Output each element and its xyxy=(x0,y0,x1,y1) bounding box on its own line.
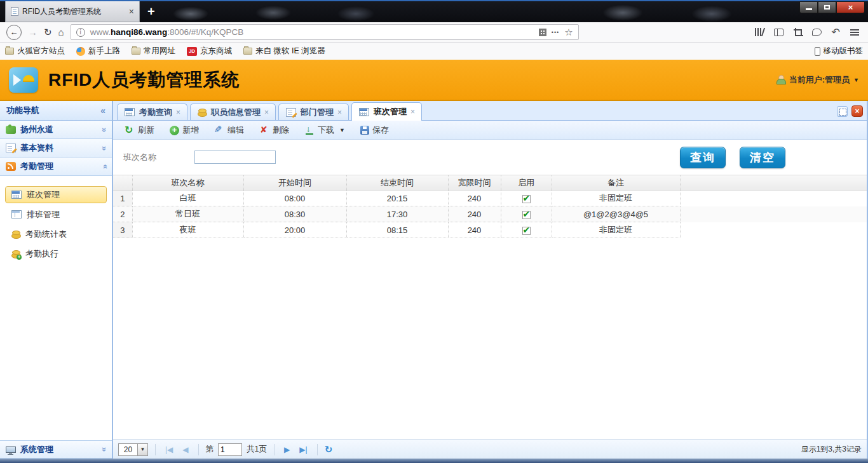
content-tabbar: 考勤查询×职员信息管理×部门管理×班次管理× × xyxy=(113,101,867,121)
sidebar-title-bar: 功能导航 « xyxy=(0,101,112,121)
tab-close-icon[interactable]: × xyxy=(264,108,269,117)
sidebar-collapse-icon[interactable]: « xyxy=(100,105,105,116)
column-header-结束时间[interactable]: 结束时间 xyxy=(346,175,448,191)
bookmark-item[interactable]: 常用网址 xyxy=(132,46,175,57)
sidebar-submenu: 班次管理排班管理考勤统计表考勤执行 xyxy=(0,176,112,270)
jd-icon: JD xyxy=(187,47,197,56)
column-header-宽限时间[interactable]: 宽限时间 xyxy=(448,175,501,191)
filler-cell xyxy=(680,222,867,238)
delete-icon xyxy=(259,125,269,135)
query-button[interactable]: 查询 xyxy=(680,147,726,168)
library-icon[interactable] xyxy=(755,28,764,36)
browser-tab[interactable]: RFID人员考勤管理系统 × xyxy=(5,1,140,22)
record-count-status: 显示1到3,共3记录 xyxy=(801,444,862,455)
prev-page-button[interactable]: ◀ xyxy=(180,445,191,454)
column-header-开始时间[interactable]: 开始时间 xyxy=(243,175,346,191)
download-button[interactable]: 下载▼ xyxy=(298,122,351,138)
back-button[interactable]: ← xyxy=(6,25,22,40)
page-prefix-label: 第 xyxy=(206,444,214,455)
menu-icon[interactable] xyxy=(850,29,859,36)
tab-close-icon[interactable]: × xyxy=(129,7,134,16)
current-user-label: 当前用户:管理员 xyxy=(789,74,850,86)
new-tab-button[interactable]: + xyxy=(147,4,155,19)
mobile-bookmarks-label: 移动版书签 xyxy=(824,46,864,57)
sidebar-panel-考勤管理[interactable]: 考勤管理» xyxy=(0,158,112,176)
tab-部门管理[interactable]: 部门管理× xyxy=(278,104,349,120)
site-info-icon[interactable]: i xyxy=(76,28,85,37)
add-button[interactable]: 新增 xyxy=(163,122,205,138)
window-controls: × xyxy=(799,1,865,13)
sidebar-panel-扬州永道[interactable]: 扬州永道» xyxy=(0,121,112,139)
url-bar[interactable]: i www.hanqi86.wang:8006/#!/Kq/KQPCB ••• … xyxy=(71,24,579,40)
column-header-备注[interactable]: 备注 xyxy=(552,175,680,191)
current-user-menu[interactable]: 当前用户:管理员 ▼ xyxy=(775,74,859,86)
phone-icon xyxy=(815,47,820,56)
close-button[interactable]: × xyxy=(836,1,865,13)
qr-code-icon[interactable] xyxy=(539,29,546,36)
tab-班次管理[interactable]: 班次管理× xyxy=(351,102,422,121)
undo-icon[interactable]: ↶ xyxy=(832,27,840,37)
sidebar-panel-基本资料[interactable]: 基本资料» xyxy=(0,139,112,158)
bookmarks-bar: 火狐官方站点新手上路常用网址JD京东商城来自 微软 IE 浏览器 移动版书签 xyxy=(0,43,868,60)
enabled-checkbox-icon[interactable] xyxy=(522,211,531,219)
messages-icon[interactable] xyxy=(812,29,822,36)
dropdown-caret-icon[interactable]: ▼ xyxy=(339,127,345,133)
download-icon xyxy=(304,125,315,135)
save-button[interactable]: 保存 xyxy=(354,122,395,138)
shift-name-input[interactable] xyxy=(194,151,276,164)
forward-button[interactable]: → xyxy=(28,27,37,37)
tab-职员信息管理[interactable]: 职员信息管理× xyxy=(190,104,276,120)
bookmark-star-icon[interactable]: ☆ xyxy=(564,27,573,38)
column-header-启用[interactable]: 启用 xyxy=(501,175,552,191)
toolbar-button-label: 编辑 xyxy=(227,124,244,136)
table-row[interactable]: 3夜班20:0008:15240非固定班 xyxy=(113,222,867,238)
remark-cell: @1@2@3@4@5 xyxy=(552,206,680,222)
user-icon xyxy=(775,75,785,84)
maximize-button[interactable] xyxy=(818,1,836,13)
page-actions-icon[interactable]: ••• xyxy=(552,29,559,36)
minimize-button[interactable] xyxy=(799,1,818,13)
tab-close-icon[interactable]: × xyxy=(176,108,180,117)
reload-button[interactable]: ↻ xyxy=(44,27,52,37)
sidebar-panel-系统管理[interactable]: 系统管理» xyxy=(0,440,112,459)
tab-close-icon[interactable]: × xyxy=(410,107,415,116)
mobile-bookmarks[interactable]: 移动版书签 xyxy=(815,46,864,57)
tab-考勤查询[interactable]: 考勤查询× xyxy=(117,104,187,120)
sidebar-item-考勤执行[interactable]: 考勤执行 xyxy=(5,245,107,262)
pager-refresh-icon[interactable]: ↻ xyxy=(325,444,333,455)
favicon-icon xyxy=(11,7,18,16)
page-size-select[interactable]: 20 ▼ xyxy=(118,443,148,456)
tab-controls: × xyxy=(837,105,863,117)
bookmark-item[interactable]: 新手上路 xyxy=(76,46,120,57)
sidebar-item-排班管理[interactable]: 排班管理 xyxy=(5,206,107,223)
grace-time-cell: 240 xyxy=(448,206,501,222)
delete-button[interactable]: 删除 xyxy=(253,122,295,138)
clear-button[interactable]: 清空 xyxy=(740,147,785,168)
first-page-button[interactable]: |◀ xyxy=(163,445,175,454)
bookmark-item[interactable]: JD京东商城 xyxy=(187,46,232,57)
last-page-button[interactable]: ▶| xyxy=(297,445,309,454)
screenshot-icon[interactable] xyxy=(794,28,802,36)
page-number-input[interactable] xyxy=(218,443,242,456)
sidebar-item-班次管理[interactable]: 班次管理 xyxy=(5,186,107,203)
table-row[interactable]: 2常日班08:3017:30240@1@2@3@4@5 xyxy=(113,206,867,222)
window-bottom-edge xyxy=(0,459,868,463)
enabled-checkbox-icon[interactable] xyxy=(522,227,531,235)
refresh-button[interactable]: 刷新 xyxy=(118,122,161,138)
sidebar-toggle-icon[interactable] xyxy=(774,29,783,36)
next-page-button[interactable]: ▶ xyxy=(281,445,292,454)
home-button[interactable]: ⌂ xyxy=(58,27,64,37)
edit-button[interactable]: 编辑 xyxy=(208,122,250,138)
table-row[interactable]: 1白班08:0020:15240非固定班 xyxy=(113,191,867,206)
grace-time-cell: 240 xyxy=(448,222,501,238)
tab-close-icon[interactable]: × xyxy=(337,108,342,117)
panel-close-icon[interactable]: × xyxy=(851,105,863,117)
bookmark-item[interactable]: 火狐官方站点 xyxy=(5,46,65,57)
column-header-班次名称[interactable]: 班次名称 xyxy=(132,175,243,191)
sidebar-item-考勤统计表[interactable]: 考勤统计表 xyxy=(5,225,107,243)
table-header-row: 班次名称开始时间结束时间宽限时间启用备注 xyxy=(113,175,867,191)
enabled-checkbox-icon[interactable] xyxy=(522,195,531,203)
bookmark-item[interactable]: 来自 微软 IE 浏览器 xyxy=(243,46,325,57)
page-size-dropdown-icon[interactable]: ▼ xyxy=(137,443,148,456)
fullscreen-icon[interactable] xyxy=(837,106,848,117)
